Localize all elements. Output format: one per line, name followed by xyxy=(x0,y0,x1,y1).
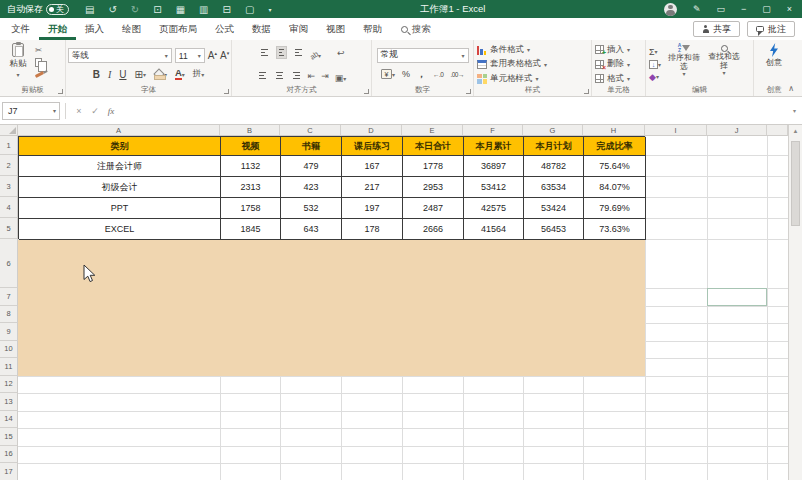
number-format-select[interactable]: 常规 ▾ xyxy=(377,48,469,63)
row-header-4[interactable]: 4 xyxy=(0,197,18,218)
account-avatar[interactable] xyxy=(664,3,677,16)
borders-button[interactable]: ⊞ ▾ xyxy=(134,69,145,80)
table-cell[interactable]: 2313 xyxy=(221,177,281,198)
decrease-indent-icon[interactable]: ⇤ xyxy=(308,71,316,81)
tab-file[interactable]: 文件 xyxy=(2,18,39,40)
active-cell-J7[interactable] xyxy=(707,288,767,306)
enter-icon[interactable]: ✓ xyxy=(87,106,103,116)
row-header-3[interactable]: 3 xyxy=(0,176,18,197)
table-cell[interactable]: 1845 xyxy=(221,219,281,240)
row-header-1[interactable]: 1 xyxy=(0,136,18,155)
format-as-table-button[interactable]: 套用表格格式▾ xyxy=(477,58,547,70)
table-cell[interactable]: 初级会计 xyxy=(19,177,221,198)
table-header-cell[interactable]: 书籍 xyxy=(281,137,342,156)
redo-icon[interactable]: ↻ xyxy=(131,4,139,15)
qat-custom-icon-3[interactable]: ▥ xyxy=(199,4,208,15)
table-header-cell[interactable]: 本月计划 xyxy=(524,137,584,156)
row-header-9[interactable]: 9 xyxy=(0,323,18,341)
insert-cells-button[interactable]: + 插入▾ xyxy=(595,44,630,56)
decrease-decimal-icon[interactable]: .00→ xyxy=(450,71,464,78)
table-cell[interactable]: 423 xyxy=(281,177,342,198)
alignment-dialog-launcher[interactable] xyxy=(364,89,369,94)
table-cell[interactable]: 479 xyxy=(281,156,342,177)
select-all-button[interactable] xyxy=(0,125,18,136)
comments-button[interactable]: 批注 xyxy=(747,21,795,37)
table-cell[interactable]: 63534 xyxy=(524,177,584,198)
fill-color-button[interactable]: ▾ xyxy=(154,69,167,79)
increase-decimal-icon[interactable]: ←.0 xyxy=(433,71,443,78)
tab-review[interactable]: 审阅 xyxy=(280,18,317,40)
column-header-F[interactable]: F xyxy=(463,125,523,136)
table-cell[interactable]: 75.64% xyxy=(584,156,646,177)
ribbon-options-icon[interactable]: ▭ xyxy=(716,4,725,14)
ideas-button[interactable]: 创意 xyxy=(759,43,789,85)
increase-indent-icon[interactable]: ⇥ xyxy=(321,71,329,81)
table-header-cell[interactable]: 完成比率 xyxy=(584,137,646,156)
phonetic-button[interactable]: 拼 ▾ xyxy=(193,68,205,80)
autosum-button[interactable]: Σ ▾ xyxy=(649,47,661,57)
column-header-C[interactable]: C xyxy=(280,125,341,136)
column-header-B[interactable]: B xyxy=(220,125,280,136)
percent-style-icon[interactable]: % xyxy=(402,69,410,79)
font-color-button[interactable]: A ▾ xyxy=(175,68,185,80)
row-header-8[interactable]: 8 xyxy=(0,306,18,324)
conditional-formatting-button[interactable]: 条件格式▾ xyxy=(477,44,547,56)
copy-icon[interactable] xyxy=(35,58,42,67)
qat-custom-icon-1[interactable]: ⊡ xyxy=(153,4,161,15)
column-header-H[interactable]: H xyxy=(583,125,645,136)
fill-button[interactable]: ↓ ▾ xyxy=(649,60,661,69)
row-header-2[interactable]: 2 xyxy=(0,155,18,176)
qat-custom-icon-2[interactable]: ▦ xyxy=(176,4,185,15)
qat-custom-icon-4[interactable]: ⊟ xyxy=(223,4,231,15)
insert-function-icon[interactable]: fx xyxy=(103,106,119,116)
name-box[interactable]: J7 ▾ xyxy=(2,102,60,120)
find-select-button[interactable]: 查找和选择 ▾ xyxy=(707,43,741,85)
table-cell[interactable]: EXCEL xyxy=(19,219,221,240)
format-cells-button[interactable]: 格式▾ xyxy=(595,73,630,85)
table-cell[interactable]: 178 xyxy=(342,219,403,240)
table-cell[interactable]: PPT xyxy=(19,198,221,219)
table-cell[interactable]: 73.63% xyxy=(584,219,646,240)
table-cell[interactable]: 56453 xyxy=(524,219,584,240)
table-cell[interactable]: 53412 xyxy=(464,177,524,198)
align-top-icon[interactable] xyxy=(259,47,270,58)
close-icon[interactable]: × xyxy=(787,4,792,14)
table-cell[interactable]: 532 xyxy=(281,198,342,219)
clipboard-dialog-launcher[interactable] xyxy=(58,89,63,94)
tab-page-layout[interactable]: 页面布局 xyxy=(150,18,206,40)
wrap-text-icon[interactable]: ↩ xyxy=(337,48,345,58)
tab-home[interactable]: 开始 xyxy=(39,18,76,40)
table-cell[interactable]: 84.07% xyxy=(584,177,646,198)
tab-draw[interactable]: 绘图 xyxy=(113,18,150,40)
table-cell[interactable]: 167 xyxy=(342,156,403,177)
row-header-6[interactable]: 6 xyxy=(0,239,18,288)
qat-custom-icon-5[interactable]: ▢ xyxy=(245,4,254,15)
font-family-select[interactable]: 等线 ▾ xyxy=(68,48,172,63)
row-header-13[interactable]: 13 xyxy=(0,393,18,411)
row-header-5[interactable]: 5 xyxy=(0,218,18,239)
row-header-15[interactable]: 15 xyxy=(0,428,18,446)
table-cell[interactable]: 41564 xyxy=(464,219,524,240)
vertical-scrollbar[interactable]: ▲ xyxy=(788,125,802,480)
table-cell[interactable]: 53424 xyxy=(524,198,584,219)
column-header-J[interactable]: J xyxy=(707,125,767,136)
table-cell[interactable]: 217 xyxy=(342,177,403,198)
pen-icon[interactable]: ✎ xyxy=(693,4,701,14)
autosave-switch[interactable]: 关 xyxy=(46,4,69,15)
scroll-up-icon[interactable]: ▲ xyxy=(789,125,802,138)
styles-dialog-launcher[interactable] xyxy=(584,89,589,94)
row-header-16[interactable]: 16 xyxy=(0,446,18,464)
table-header-cell[interactable]: 视频 xyxy=(221,137,281,156)
table-cell[interactable]: 79.69% xyxy=(584,198,646,219)
table-cell[interactable]: 643 xyxy=(281,219,342,240)
table-cell[interactable]: 注册会计师 xyxy=(19,156,221,177)
share-button[interactable]: 共享 xyxy=(693,21,740,37)
restore-icon[interactable]: ▢ xyxy=(762,4,771,14)
scrollbar-thumb[interactable] xyxy=(791,141,800,226)
table-header-cell[interactable]: 本月累计 xyxy=(464,137,524,156)
format-painter-icon[interactable] xyxy=(35,71,44,78)
row-header-17[interactable]: 17 xyxy=(0,463,18,480)
tab-help[interactable]: 帮助 xyxy=(354,18,391,40)
tab-formulas[interactable]: 公式 xyxy=(206,18,243,40)
table-cell[interactable]: 2487 xyxy=(403,198,464,219)
